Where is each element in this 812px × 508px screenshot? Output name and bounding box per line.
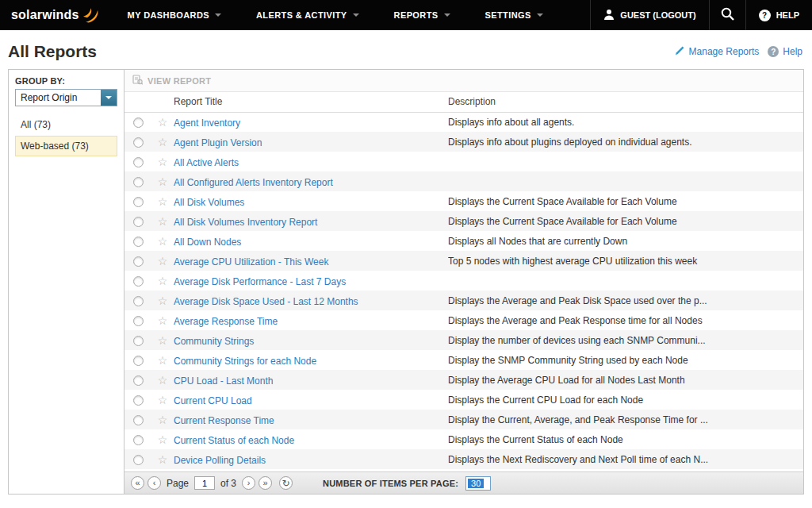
table-row: ☆ Agent Plugin Version Displays info abo… <box>124 132 803 152</box>
select-radio[interactable] <box>133 336 144 346</box>
select-radio[interactable] <box>133 435 144 445</box>
items-per-page-input[interactable]: 30 <box>465 476 491 491</box>
favorite-star-icon[interactable]: ☆ <box>158 334 168 347</box>
radio-column-header <box>124 92 151 112</box>
report-description: Display the SNMP Community String used b… <box>448 350 803 370</box>
favorite-star-icon[interactable]: ☆ <box>158 275 168 287</box>
favorite-star-icon[interactable]: ☆ <box>158 414 168 426</box>
group-list-item[interactable]: All (73) <box>15 114 117 135</box>
search-button[interactable] <box>709 0 745 30</box>
star-cell: ☆ <box>151 330 174 350</box>
prev-page-button[interactable]: ‹ <box>147 476 161 490</box>
select-radio[interactable] <box>133 137 144 148</box>
report-title-link[interactable]: Average Disk Performance - Last 7 Days <box>174 276 346 287</box>
report-title-link[interactable]: Community Strings <box>174 336 254 347</box>
star-cell: ☆ <box>151 449 174 469</box>
select-radio[interactable] <box>133 356 144 366</box>
select-radio[interactable] <box>133 197 144 207</box>
favorite-star-icon[interactable]: ☆ <box>158 354 168 367</box>
help-menu[interactable]: ? HELP <box>745 0 812 30</box>
select-radio[interactable] <box>133 455 144 465</box>
group-by-dropdown[interactable]: Report Origin <box>15 89 117 106</box>
select-radio[interactable] <box>133 395 144 406</box>
report-title-link[interactable]: Agent Inventory <box>174 117 240 129</box>
favorite-star-icon[interactable]: ☆ <box>158 374 168 387</box>
user-menu[interactable]: GUEST (LOGOUT) <box>590 0 708 30</box>
select-radio[interactable] <box>133 276 144 287</box>
report-title-link[interactable]: All Disk Volumes Inventory Report <box>174 217 317 228</box>
group-by-label: GROUP BY: <box>15 76 117 86</box>
group-list-item[interactable]: Web-based (73) <box>15 136 117 156</box>
favorite-star-icon[interactable]: ☆ <box>158 116 168 129</box>
column-report-title[interactable]: Report Title <box>174 92 448 112</box>
report-title-link[interactable]: All Configured Alerts Inventory Report <box>174 177 333 188</box>
favorite-star-icon[interactable]: ☆ <box>158 175 168 188</box>
select-radio[interactable] <box>133 296 144 306</box>
title-cell: Community Strings for each Node <box>174 350 448 370</box>
report-title-link[interactable]: CPU Load - Last Month <box>174 375 273 387</box>
report-title-link[interactable]: All Disk Volumes <box>174 197 244 208</box>
select-radio[interactable] <box>133 217 144 227</box>
nav-alerts-activity[interactable]: ALERTS & ACTIVITY <box>239 0 377 30</box>
radio-cell <box>124 271 151 291</box>
report-title-link[interactable]: Current CPU Load <box>174 395 252 406</box>
select-radio[interactable] <box>133 117 144 128</box>
favorite-star-icon[interactable]: ☆ <box>158 235 168 248</box>
favorite-star-icon[interactable]: ☆ <box>158 255 168 267</box>
favorite-star-icon[interactable]: ☆ <box>158 433 168 446</box>
title-cell: All Disk Volumes <box>174 191 448 211</box>
title-cell: Average Disk Performance - Last 7 Days <box>174 271 448 291</box>
primary-nav: MY DASHBOARDS ALERTS & ACTIVITY REPORTS … <box>110 0 561 30</box>
select-radio[interactable] <box>133 415 144 425</box>
title-cell: All Active Alerts <box>174 152 448 171</box>
favorite-star-icon[interactable]: ☆ <box>158 314 168 327</box>
dropdown-arrow-button[interactable] <box>101 90 117 106</box>
search-icon <box>720 6 735 25</box>
header-links: Manage Reports ? Help <box>675 45 802 58</box>
report-title-link[interactable]: Current Response Time <box>174 415 274 426</box>
favorite-star-icon[interactable]: ☆ <box>158 294 168 307</box>
first-page-button[interactable]: « <box>131 476 144 490</box>
select-radio[interactable] <box>133 256 144 267</box>
nav-my-dashboards[interactable]: MY DASHBOARDS <box>110 0 239 30</box>
report-title-link[interactable]: Device Polling Details <box>174 455 266 466</box>
report-title-link[interactable]: Average Disk Space Used - Last 12 Months <box>174 296 358 307</box>
select-radio[interactable] <box>133 177 144 187</box>
report-title-link[interactable]: All Active Alerts <box>174 157 239 168</box>
refresh-icon[interactable]: ↻ <box>279 476 293 490</box>
next-page-button[interactable]: › <box>242 476 255 490</box>
help-link[interactable]: Help <box>783 46 802 57</box>
report-title-link[interactable]: Average CPU Utilization - This Week <box>174 256 328 267</box>
view-report-button[interactable]: VIEW REPORT <box>147 76 211 86</box>
select-radio[interactable] <box>133 237 144 247</box>
favorite-star-icon[interactable]: ☆ <box>158 394 168 406</box>
star-cell: ☆ <box>151 191 174 211</box>
radio-cell <box>124 171 151 191</box>
manage-reports-link[interactable]: Manage Reports <box>689 46 760 57</box>
solarwinds-logo[interactable]: solarwinds <box>0 0 110 30</box>
report-title-link[interactable]: Community Strings for each Node <box>174 356 316 367</box>
report-title-link[interactable]: All Down Nodes <box>174 237 241 248</box>
favorite-star-icon[interactable]: ☆ <box>158 156 168 168</box>
last-page-button[interactable]: » <box>259 476 272 490</box>
nav-settings[interactable]: SETTINGS <box>468 0 561 30</box>
report-title-link[interactable]: Average Response Time <box>174 316 278 327</box>
table-row: ☆ CPU Load - Last Month Display the Aver… <box>124 370 803 390</box>
favorite-star-icon[interactable]: ☆ <box>158 195 168 208</box>
report-title-link[interactable]: Current Status of each Node <box>174 435 294 446</box>
page-number-input[interactable] <box>194 476 215 490</box>
column-description[interactable]: Description <box>448 92 803 112</box>
nav-reports[interactable]: REPORTS <box>377 0 468 30</box>
chevron-down-icon <box>537 13 543 17</box>
help-circle-icon[interactable]: ? <box>768 46 779 57</box>
chevron-down-icon <box>353 13 359 17</box>
table-row: ☆ Current CPU Load Displays the Current … <box>124 390 803 410</box>
select-radio[interactable] <box>133 316 144 326</box>
report-title-link[interactable]: Agent Plugin Version <box>174 137 262 148</box>
select-radio[interactable] <box>133 157 144 167</box>
table-row: ☆ Community Strings Display the number o… <box>124 330 803 350</box>
favorite-star-icon[interactable]: ☆ <box>158 136 168 148</box>
select-radio[interactable] <box>133 375 144 386</box>
favorite-star-icon[interactable]: ☆ <box>158 453 168 466</box>
favorite-star-icon[interactable]: ☆ <box>158 215 168 228</box>
